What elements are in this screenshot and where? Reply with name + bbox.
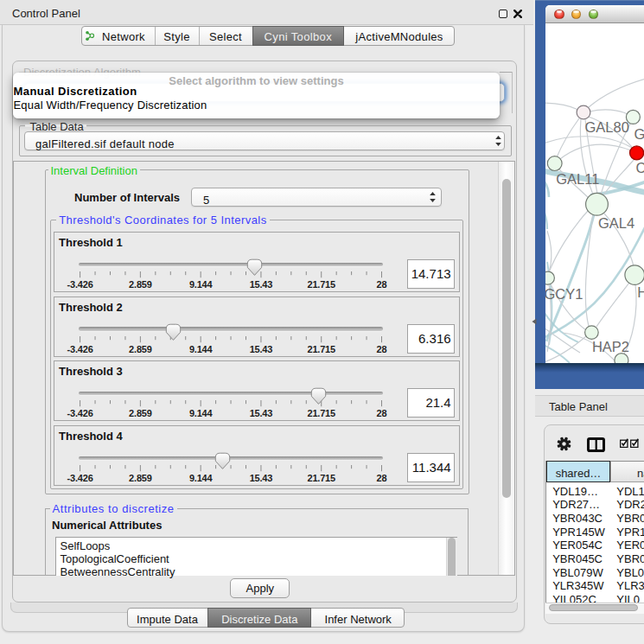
svg-text:GAL4: GAL4 — [598, 215, 634, 231]
svg-text:C: C — [636, 160, 644, 175]
svg-text:H: H — [637, 284, 644, 300]
svg-text:HAP2: HAP2 — [592, 339, 629, 354]
svg-text:GA: GA — [634, 126, 644, 142]
svg-text:GCY1: GCY1 — [545, 286, 583, 302]
svg-text:GAL80: GAL80 — [585, 119, 629, 135]
svg-text:GAL11: GAL11 — [556, 171, 599, 187]
